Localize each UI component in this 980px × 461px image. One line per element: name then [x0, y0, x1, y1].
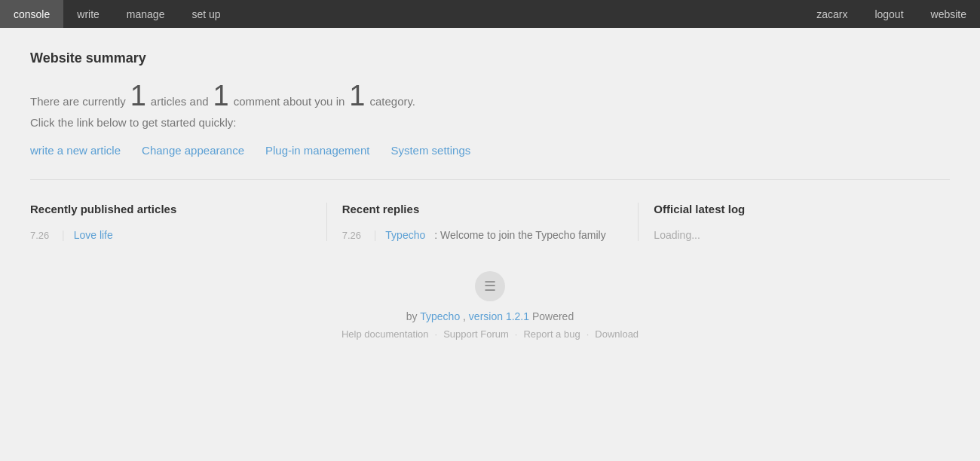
main-content: Website summary There are currently 1 ar… — [15, 28, 965, 377]
footer-link-support-forum[interactable]: Support Forum — [443, 328, 509, 340]
nav-item-console[interactable]: console — [0, 0, 63, 28]
summary-section: Website summary There are currently 1 ar… — [30, 50, 950, 157]
quick-link-plug-in-management[interactable]: Plug-in management — [265, 144, 369, 157]
version-link[interactable]: version 1.2.1 — [469, 310, 529, 322]
summary-stats: There are currently 1 articles and 1 com… — [30, 81, 950, 110]
item-sep: | — [62, 229, 65, 241]
official-log: Official latest logLoading... — [639, 203, 950, 241]
powered-sep: , — [463, 310, 469, 322]
nav-left: consolewritemanageset up — [0, 0, 234, 28]
comments-label: comment about you in — [234, 95, 345, 108]
nav-item-logout[interactable]: logout — [861, 0, 917, 28]
footer: ☰ by Typecho , version 1.2.1 Powered Hel… — [30, 241, 950, 355]
footer-link-help-documentation[interactable]: Help documentation — [341, 328, 429, 340]
divider — [30, 179, 950, 180]
nav-item-zacarx[interactable]: zacarx — [803, 0, 861, 28]
footer-dot: · — [586, 328, 590, 340]
categories-count: 1 — [349, 81, 365, 110]
panels: Recently published articles7.26|Love lif… — [30, 203, 950, 241]
nav-right: zacarxlogoutwebsite — [803, 0, 980, 28]
panel-row: 7.26|Typecho: Welcome to join the Typech… — [342, 229, 623, 241]
footer-icon: ☰ — [475, 271, 505, 301]
item-date: 7.26 — [342, 230, 365, 241]
recent-replies: Recent replies7.26|Typecho: Welcome to j… — [327, 203, 639, 241]
stats-prefix: There are currently — [30, 95, 126, 108]
quick-links: write a new articleChange appearancePlug… — [30, 144, 950, 157]
panel-row: 7.26|Love life — [30, 229, 311, 241]
articles-count: 1 — [130, 81, 146, 110]
footer-powered: by Typecho , version 1.2.1 Powered — [30, 310, 950, 322]
powered-prefix: by — [406, 310, 420, 322]
quick-link-change-appearance[interactable]: Change appearance — [142, 144, 244, 157]
quickstart-label: Click the link below to get started quic… — [30, 116, 950, 129]
official-log-title: Official latest log — [654, 203, 935, 215]
recent-articles-title: Recently published articles — [30, 203, 311, 215]
nav-item-set-up[interactable]: set up — [178, 0, 234, 28]
reply-text: : Welcome to join the Typecho family — [434, 229, 605, 241]
typecho-link[interactable]: Typecho — [420, 310, 460, 322]
item-date: 7.26 — [30, 230, 53, 241]
nav-item-write[interactable]: write — [63, 0, 113, 28]
loading-text: Loading... — [654, 229, 935, 241]
footer-link-download[interactable]: Download — [595, 328, 639, 340]
footer-links: Help documentation·Support Forum·Report … — [30, 328, 950, 340]
main-nav: consolewritemanageset up zacarxlogoutweb… — [0, 0, 980, 28]
powered-suffix: Powered — [532, 310, 574, 322]
quick-link-write-a-new-article[interactable]: write a new article — [30, 144, 121, 157]
nav-item-website[interactable]: website — [917, 0, 980, 28]
comments-count: 1 — [213, 81, 229, 110]
footer-link-report-a-bug[interactable]: Report a bug — [523, 328, 580, 340]
categories-label: category. — [369, 95, 415, 108]
item-sep: | — [374, 229, 377, 241]
footer-dot: · — [515, 328, 518, 340]
footer-dot: · — [435, 328, 438, 340]
article-link[interactable]: Love life — [74, 229, 113, 241]
nav-item-manage[interactable]: manage — [113, 0, 179, 28]
reply-author-link[interactable]: Typecho — [385, 229, 425, 241]
recent-replies-title: Recent replies — [342, 203, 623, 215]
quick-link-system-settings[interactable]: System settings — [390, 144, 470, 157]
summary-title: Website summary — [30, 50, 950, 66]
recent-articles: Recently published articles7.26|Love lif… — [30, 203, 327, 241]
articles-label: articles and — [151, 95, 209, 108]
